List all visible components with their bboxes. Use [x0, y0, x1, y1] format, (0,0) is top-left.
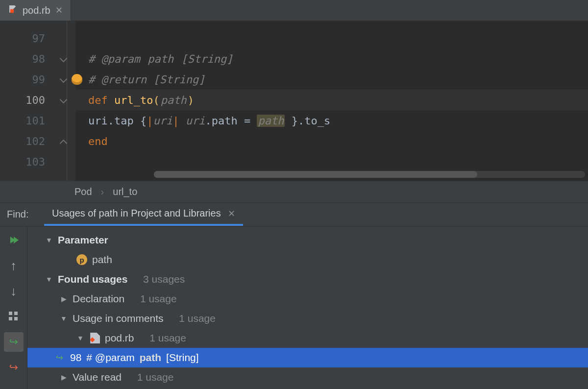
fold-marker-icon[interactable]: [60, 76, 67, 83]
occurrence-icon: ↪: [56, 352, 63, 363]
tree-node-declaration[interactable]: Declaration 1 usage: [31, 289, 588, 309]
code-editor[interactable]: 97 98 99 100 101 102 103 # @param path […: [0, 21, 588, 181]
chevron-right-icon: ›: [101, 186, 104, 197]
find-toolbar: ↑ ↓ ↩ ↩: [0, 226, 27, 389]
prev-occurrence-button[interactable]: ↑: [4, 256, 24, 275]
tab-filename: pod.rb: [23, 5, 50, 16]
chevron-down-icon[interactable]: [60, 315, 68, 322]
rerun-button[interactable]: [4, 230, 24, 250]
parameter-badge-icon: p: [76, 254, 87, 265]
chevron-right-icon[interactable]: [60, 373, 68, 381]
chevron-down-icon[interactable]: [45, 236, 53, 244]
group-by-button[interactable]: [4, 307, 24, 326]
current-line[interactable]: def url_to(path): [75, 90, 588, 110]
close-icon[interactable]: ✕: [55, 5, 63, 16]
tree-node-occurrence-selected[interactable]: ↪ 98 # @param path [String]: [27, 348, 588, 367]
tree-node-file[interactable]: pod.rb 1 usage: [31, 328, 588, 348]
breadcrumb[interactable]: Pod › url_to: [0, 181, 588, 203]
editor-tab[interactable]: pod.rb ✕: [0, 0, 71, 21]
ruby-file-icon: [8, 5, 18, 15]
import-usages-button[interactable]: ↩: [4, 332, 24, 352]
fold-marker-icon[interactable]: [60, 138, 67, 145]
fold-marker-icon[interactable]: [60, 97, 67, 103]
close-icon[interactable]: ✕: [228, 208, 235, 219]
chevron-right-icon[interactable]: [60, 295, 68, 303]
horizontal-scrollbar[interactable]: [154, 171, 585, 178]
chevron-down-icon[interactable]: [76, 334, 84, 342]
gutter: 97 98 99 100 101 102 103: [0, 21, 75, 181]
find-usages-tab[interactable]: Usages of path in Project and Libraries …: [44, 203, 243, 226]
tree-node-parameter[interactable]: Parameter: [31, 230, 588, 250]
usages-tree[interactable]: Parameter p path Found usages 3 usages D…: [27, 226, 588, 389]
tree-node-param-path[interactable]: p path: [31, 250, 588, 269]
remove-usages-button[interactable]: ↩: [4, 358, 24, 377]
tree-node-value-read[interactable]: Value read 1 usage: [31, 367, 588, 387]
find-label: Find:: [0, 209, 44, 220]
tree-node-usage-comments[interactable]: Usage in comments 1 usage: [31, 309, 588, 328]
tree-node-found-usages[interactable]: Found usages 3 usages: [31, 269, 588, 289]
next-occurrence-button[interactable]: ↓: [4, 281, 24, 301]
ruby-file-icon: [89, 333, 100, 343]
fold-marker-icon[interactable]: [60, 55, 67, 62]
chevron-down-icon[interactable]: [45, 275, 53, 283]
